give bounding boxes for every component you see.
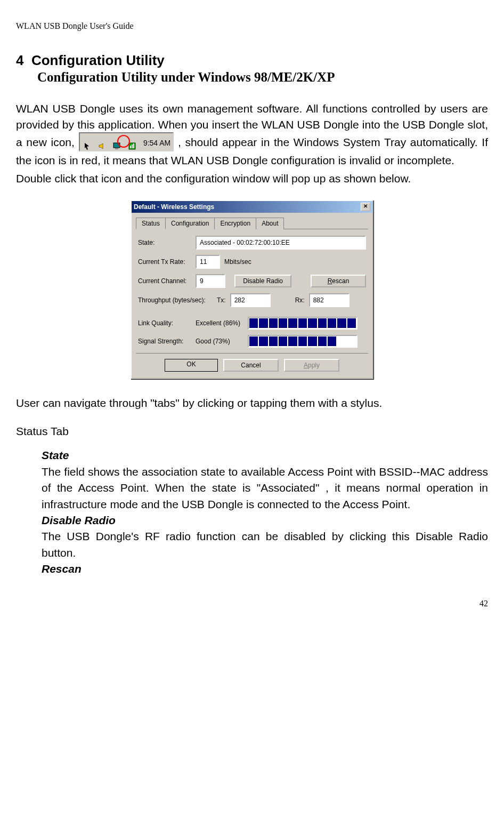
rescan-mnemonic: R (328, 277, 332, 285)
definitions: State The field shows the association st… (42, 447, 488, 578)
link-quality-value: Excellent (86%) (196, 319, 243, 327)
paragraph-2: Double click that icon and the configura… (16, 171, 488, 187)
sound-icon (98, 139, 107, 147)
tab-configuration[interactable]: Configuration (165, 218, 215, 229)
link-quality-label: Link Quality: (138, 319, 191, 327)
wireless-settings-dialog: Default - Wireless Settings ✕ Status Con… (131, 200, 373, 379)
titlebar: Default - Wireless Settings ✕ (132, 201, 372, 213)
systray-sample: 9:54 AM (79, 132, 174, 151)
channel-field: 9 (196, 274, 225, 288)
svg-rect-3 (130, 146, 131, 148)
rx-field: 882 (309, 293, 349, 307)
tx-field: 282 (230, 293, 271, 307)
tab-strip: Status Configuration Encryption About (136, 217, 368, 229)
dialog-footer: OK Cancel Apply (136, 353, 368, 374)
rescan-button[interactable]: Rescan (311, 275, 366, 287)
tx-label: Tx: (217, 296, 226, 304)
disable-radio-body: The USB Dongle's RF radio function can b… (42, 528, 488, 561)
status-tab-heading: Status Tab (16, 425, 488, 438)
paragraph-3: User can navigate through "tabs" by clic… (16, 395, 488, 411)
apply-rest: pply (308, 362, 320, 369)
signal-strength-bar (248, 335, 357, 348)
signal-strength-value: Good (73%) (196, 338, 243, 345)
disable-radio-heading: Disable Radio (42, 512, 488, 528)
svg-rect-5 (133, 143, 134, 148)
state-label: State: (138, 239, 191, 246)
state-body: The field shows the association state to… (42, 464, 488, 512)
apply-button[interactable]: Apply (284, 359, 339, 372)
signal-strength-label: Signal Strength: (138, 338, 191, 345)
window-title: Default - Wireless Settings (134, 203, 214, 211)
state-field: Associated - 00:02:72:00:10:EE (196, 236, 366, 250)
txrate-field: 11 (196, 255, 220, 269)
svg-rect-1 (115, 148, 118, 149)
pointer-icon (84, 139, 92, 147)
channel-label: Current Channel: (138, 277, 191, 285)
tab-encryption[interactable]: Encryption (214, 218, 256, 229)
paragraph-1: WLAN USB Dongle uses its own management … (16, 101, 488, 169)
disable-radio-button[interactable]: Disable Radio (234, 275, 291, 287)
rescan-rest: escan (332, 277, 349, 285)
section-subtitle: Configuration Utility under Windows 98/M… (37, 70, 488, 85)
section-title: Configuration Utility (31, 52, 165, 68)
tray-clock: 9:54 AM (143, 139, 170, 147)
tab-status[interactable]: Status (136, 218, 166, 229)
section-heading: 4 Configuration Utility (16, 52, 488, 69)
txrate-unit: Mbits/sec (224, 258, 251, 266)
link-quality-bar (248, 317, 357, 330)
txrate-label: Current Tx Rate: (138, 258, 191, 266)
state-heading: State (42, 447, 488, 463)
section-number: 4 (16, 52, 23, 68)
page-number: 42 (16, 599, 488, 608)
running-header: WLAN USB Dongle User's Guide (16, 21, 488, 31)
cancel-button[interactable]: Cancel (223, 359, 279, 372)
close-button[interactable]: ✕ (361, 203, 370, 211)
rx-label: Rx: (295, 296, 305, 304)
rescan-heading: Rescan (42, 561, 488, 577)
close-icon: ✕ (363, 203, 368, 209)
highlight-circle-icon (117, 135, 130, 148)
throughput-label: Throughput (bytes/sec): (138, 296, 213, 304)
ok-button[interactable]: OK (165, 359, 218, 372)
apply-mnemonic: A (304, 362, 308, 369)
tab-about[interactable]: About (256, 218, 284, 229)
svg-rect-4 (132, 145, 133, 148)
